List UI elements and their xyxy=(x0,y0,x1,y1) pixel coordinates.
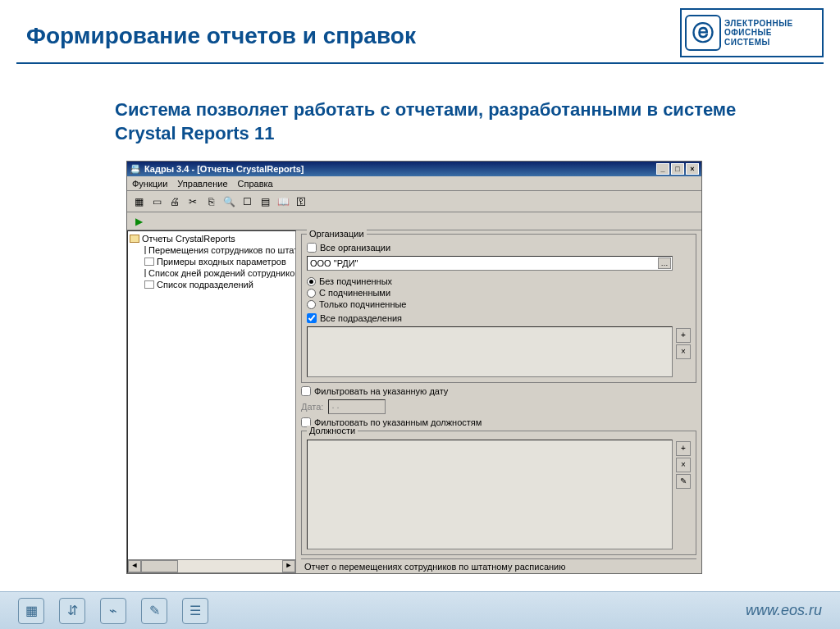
scroll-right-icon[interactable]: ► xyxy=(282,560,295,572)
scroll-left-icon[interactable]: ◄ xyxy=(128,560,141,572)
toolbar-btn-7[interactable]: ☐ xyxy=(239,194,255,210)
maximize-button[interactable]: □ xyxy=(671,163,684,175)
toolbar-btn-1[interactable]: ▦ xyxy=(130,194,147,210)
date-input[interactable]: . . xyxy=(328,399,386,414)
departments-list[interactable] xyxy=(307,326,673,377)
toolbar: ▦ ▭ 🖨 ✂ ⎘ 🔍 ☐ ▤ 📖 ⚿ xyxy=(127,191,701,212)
toolbar-print-icon[interactable]: 🖨 xyxy=(167,194,183,210)
menubar: Функции Управление Справка xyxy=(127,176,701,191)
filter-date-input[interactable] xyxy=(301,386,311,396)
filter-positions-checkbox[interactable]: Фильтровать по указанным должностям xyxy=(301,417,696,427)
org-groupbox: Организации Все организации ООО "РДИ" … … xyxy=(301,234,696,383)
positions-list[interactable] xyxy=(307,440,673,549)
filter-date-label: Фильтровать на указанную дату xyxy=(314,386,448,396)
filter-date-checkbox[interactable]: Фильтровать на указанную дату xyxy=(301,386,696,396)
toolbar-book-icon[interactable]: 📖 xyxy=(275,194,291,210)
logo-line1: ЭЛЕКТРОННЫЕ xyxy=(724,19,793,29)
date-row: Дата: . . xyxy=(301,399,696,414)
footer-url: www.eos.ru xyxy=(746,602,822,619)
positions-groupbox: Должности + × ✎ xyxy=(301,431,696,555)
remove-dept-button[interactable]: × xyxy=(676,344,691,359)
menu-functions[interactable]: Функции xyxy=(132,179,167,189)
titlebar[interactable]: 📇 Кадры 3.4 - [Отчеты CrystalReports] _ … xyxy=(127,162,701,176)
tree-item-2[interactable]: Список дней рождений сотрудников с вы xyxy=(130,267,294,279)
tree-item-label: Перемещения сотрудников по штатному xyxy=(148,245,296,255)
footer-icon-2: ⇵ xyxy=(59,598,85,624)
toolbar-btn-2[interactable]: ▭ xyxy=(148,194,165,210)
all-orgs-checkbox[interactable]: Все организации xyxy=(307,243,673,253)
logo-line2: ОФИСНЫЕ xyxy=(724,28,793,38)
slide-title: Формирование отчетов и справок xyxy=(26,23,416,49)
slide-subtitle: Система позволяет работать с отчетами, р… xyxy=(115,98,791,145)
toolbar-search-icon[interactable]: 🔍 xyxy=(221,194,237,210)
radio-icon xyxy=(307,289,316,298)
radio-only-sub[interactable]: Только подчиненные xyxy=(307,299,673,310)
radio-label: Без подчиненных xyxy=(319,276,392,286)
tree-item-label: Список подразделений xyxy=(157,280,253,289)
header-divider xyxy=(16,62,824,64)
folder-icon xyxy=(130,235,139,243)
report-icon xyxy=(144,280,154,289)
all-orgs-input[interactable] xyxy=(307,243,317,253)
tree-hscrollbar[interactable]: ◄ ► xyxy=(128,559,295,572)
minimize-button[interactable]: _ xyxy=(656,163,669,175)
radio-with-sub[interactable]: С подчиненными xyxy=(307,287,673,299)
add-dept-button[interactable]: + xyxy=(676,328,691,343)
report-tree[interactable]: Отчеты CrystalReports Перемещения сотруд… xyxy=(127,230,296,573)
remove-pos-button[interactable]: × xyxy=(676,458,691,472)
all-departments-checkbox[interactable]: Все подразделения xyxy=(307,313,673,323)
footer-icon-4: ✎ xyxy=(141,598,167,624)
tree-item-1[interactable]: Примеры входных параметров xyxy=(130,256,294,267)
statusbar: Отчет о перемещениях сотрудников по штат… xyxy=(301,558,696,573)
footer-icon-1: ▦ xyxy=(18,598,44,624)
close-button[interactable]: × xyxy=(686,163,699,175)
org-value-field[interactable]: ООО "РДИ" … xyxy=(307,256,673,271)
add-pos-button[interactable]: + xyxy=(676,441,691,456)
edit-pos-button[interactable]: ✎ xyxy=(676,474,691,489)
tree-item-label: Примеры входных параметров xyxy=(157,257,286,267)
footer-icon-3: ⌁ xyxy=(100,598,126,624)
tree-root-label: Отчеты CrystalReports xyxy=(142,234,235,244)
toolbar-btn-8[interactable]: ▤ xyxy=(257,194,273,210)
toolbar-key-icon[interactable]: ⚿ xyxy=(293,194,309,210)
org-browse-button[interactable]: … xyxy=(658,258,671,269)
all-dep-label: Все подразделения xyxy=(320,313,402,323)
date-label: Дата: xyxy=(301,402,323,412)
tree-root[interactable]: Отчеты CrystalReports xyxy=(130,233,294,244)
radio-no-sub[interactable]: Без подчиненных xyxy=(307,276,673,287)
app-icon: 📇 xyxy=(130,164,141,175)
menu-help[interactable]: Справка xyxy=(238,179,273,189)
run-report-icon[interactable]: ▶ xyxy=(130,213,147,230)
logo-line3: СИСТЕМЫ xyxy=(724,38,793,48)
scroll-thumb[interactable] xyxy=(141,560,178,572)
toolbar-copy-icon[interactable]: ⎘ xyxy=(203,194,219,210)
logo-mark: ⓔ xyxy=(685,15,721,51)
radio-icon xyxy=(307,277,316,286)
slide-footer: ▦ ⇵ ⌁ ✎ ☰ www.eos.ru xyxy=(0,591,840,629)
radio-label: С подчиненными xyxy=(319,288,390,298)
org-group-label: Организации xyxy=(307,229,367,239)
org-value: ООО "РДИ" xyxy=(310,258,358,268)
footer-icon-5: ☰ xyxy=(182,598,208,624)
menu-manage[interactable]: Управление xyxy=(177,179,227,189)
status-text: Отчет о перемещениях сотрудников по штат… xyxy=(304,562,566,572)
tree-item-3[interactable]: Список подразделений xyxy=(130,279,294,290)
app-window: 📇 Кадры 3.4 - [Отчеты CrystalReports] _ … xyxy=(126,161,702,574)
logo-text: ЭЛЕКТРОННЫЕ ОФИСНЫЕ СИСТЕМЫ xyxy=(724,19,793,48)
all-dep-input[interactable] xyxy=(307,313,317,323)
report-icon xyxy=(144,269,146,277)
report-icon xyxy=(144,258,154,266)
subtoolbar: ▶ xyxy=(127,212,701,230)
tree-item-label: Список дней рождений сотрудников с вы xyxy=(148,268,296,278)
radio-icon xyxy=(307,300,316,309)
all-orgs-label: Все организации xyxy=(320,243,390,253)
report-icon xyxy=(144,246,146,254)
positions-group-label: Должности xyxy=(307,426,358,435)
window-title: Кадры 3.4 - [Отчеты CrystalReports] xyxy=(144,164,304,174)
brand-logo: ⓔ ЭЛЕКТРОННЫЕ ОФИСНЫЕ СИСТЕМЫ xyxy=(680,8,824,57)
radio-label: Только подчиненные xyxy=(319,299,407,309)
toolbar-cut-icon[interactable]: ✂ xyxy=(185,194,201,210)
tree-item-0[interactable]: Перемещения сотрудников по штатному xyxy=(130,244,294,256)
